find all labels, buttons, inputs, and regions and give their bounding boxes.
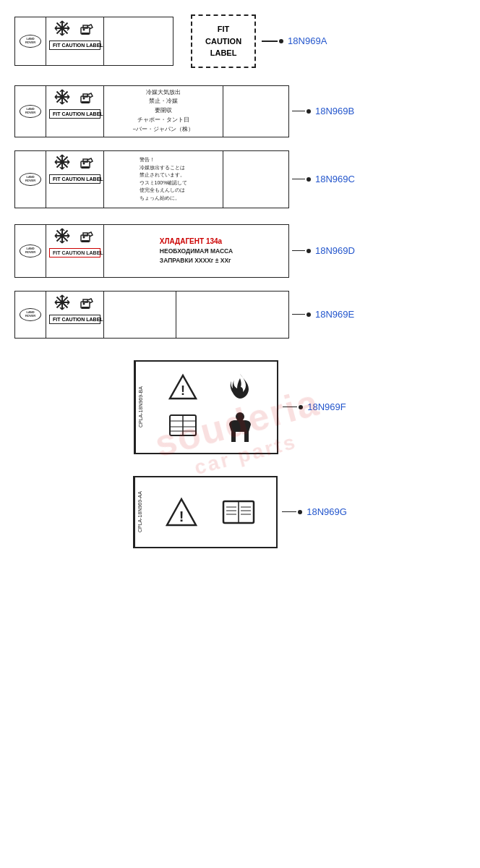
lr-logo-section-a: LANDROVER	[15, 17, 46, 65]
icons-top-b	[46, 86, 103, 108]
oil-icon-c	[80, 154, 95, 170]
connector-dot-g	[298, 510, 302, 514]
lr-logo-e: LANDROVER	[20, 308, 41, 321]
lr-logo-section-e: LANDROVER	[15, 292, 46, 338]
svg-rect-13	[83, 25, 87, 28]
label-f-wrapper: CPLA-18N969-BA !	[134, 360, 346, 454]
lr-logo-section-d: LANDROVER	[15, 225, 46, 277]
text-section-b: 冷媒大気放出禁止・冷媒要開収チャポー・タント日−バー・ジャパン（株）	[104, 86, 223, 137]
svg-rect-62	[82, 240, 89, 242]
warning-triangle-icon-f: !	[155, 369, 210, 406]
connector-dot-c	[307, 177, 311, 182]
manual-book-icon-g	[222, 498, 255, 526]
label-row-c: LANDROVER	[0, 150, 480, 208]
label-card-a: LANDROVER	[14, 17, 173, 66]
part-number-b: 18N969B	[315, 106, 354, 116]
oil-icon-e	[80, 294, 95, 310]
icons-section-e: FIT CAUTION LABEL	[46, 292, 104, 338]
label-card-d: LANDROVER	[14, 224, 289, 278]
snowflake-icon-b	[54, 89, 70, 105]
flame-icon-f	[213, 369, 267, 406]
warning-icons-g: !	[145, 477, 276, 547]
dashed-box-a: FITCAUTIONLABEL	[191, 14, 256, 68]
connector-line-g	[282, 511, 296, 513]
fit-label-e: FIT CAUTION LABEL	[49, 315, 100, 324]
text-section-e-left	[104, 292, 176, 338]
lr-logo-d: LANDROVER	[20, 244, 41, 258]
oil-icon-d	[80, 228, 95, 244]
svg-text:!: !	[179, 509, 184, 524]
label-row-g: CPLA-18N969-AA !	[0, 476, 480, 548]
side-label-g: CPLA-18N969-AA	[134, 477, 145, 547]
icons-section-a: FIT CAUTION LABEL	[46, 17, 104, 65]
connector-line-e	[292, 314, 305, 315]
connector-dot-d	[307, 249, 311, 253]
svg-point-47	[82, 162, 85, 164]
part-number-a: 18N969A	[288, 35, 327, 46]
connector-f	[283, 405, 303, 409]
connector-dot-b	[307, 109, 311, 114]
label-g-wrapper: CPLA-18N969-AA !	[133, 476, 347, 548]
svg-rect-61	[83, 233, 87, 236]
snowflake-icon-c	[54, 154, 70, 170]
part-number-d: 18N969D	[315, 245, 355, 256]
svg-point-63	[82, 236, 85, 238]
label-card-b: LANDROVER	[14, 85, 289, 137]
label-card-g: CPLA-18N969-AA !	[133, 476, 278, 548]
svg-point-31	[82, 97, 85, 99]
japanese-text-b: 冷媒大気放出禁止・冷媒要開収チャポー・タント日−バー・ジャパン（株）	[133, 88, 194, 135]
svg-rect-29	[83, 94, 87, 97]
warning-icons-f: !	[145, 362, 277, 453]
icons-top-d	[46, 225, 103, 247]
connector-d	[292, 249, 311, 253]
part-number-e: 18N969E	[315, 309, 354, 320]
connector-line-a	[262, 41, 278, 42]
snowflake-icon-a	[54, 20, 70, 36]
svg-rect-77	[83, 299, 87, 302]
part-number-c: 18N969C	[315, 174, 355, 184]
fit-label-b: FIT CAUTION LABEL	[49, 109, 100, 119]
connector-b	[292, 109, 311, 114]
fit-label-c: FIT CAUTION LABEL	[49, 174, 100, 184]
connector-dot-e	[307, 312, 311, 317]
lr-logo-a: LANDROVER	[20, 35, 41, 48]
svg-point-15	[82, 28, 85, 30]
icons-section-c: FIT CAUTION LABEL	[46, 151, 104, 208]
icons-top-c	[46, 151, 103, 173]
connector-g	[282, 510, 302, 514]
japanese-text-c: 警告！冷媒放出することは禁止されています。ウスミ100%確認して使完全もえんしの…	[140, 156, 188, 202]
right-empty-b	[223, 86, 288, 137]
side-label-f: CPLA-18N969-BA	[135, 362, 145, 453]
svg-rect-78	[82, 307, 89, 309]
connector-line-c	[292, 179, 305, 180]
oil-icon-a	[80, 20, 95, 36]
label-row-b: LANDROVER	[0, 85, 480, 137]
text-section-c: 警告！冷媒放出することは禁止されています。ウスミ100%確認して使完全もえんしの…	[104, 151, 223, 208]
russian-text-d: ХЛАДАГЕНТ 134а НЕОБХОДИМАЯ МАССА ЗАПРАВК…	[160, 236, 233, 265]
person-icon-f	[213, 409, 267, 446]
label-row-d: LANDROVER	[0, 224, 480, 278]
label-card-c: LANDROVER	[14, 150, 289, 208]
text-section-e-right	[176, 292, 288, 338]
label-card-f: CPLA-18N969-BA !	[134, 360, 278, 454]
svg-rect-30	[82, 101, 89, 103]
connector-e	[292, 312, 311, 317]
connector-line-d	[292, 250, 305, 252]
text-section-d: ХЛАДАГЕНТ 134а НЕОБХОДИМАЯ МАССА ЗАПРАВК…	[104, 225, 288, 277]
oil-icon-b	[80, 89, 95, 105]
right-empty-c	[223, 151, 288, 208]
lr-logo-b: LANDROVER	[20, 105, 41, 118]
icons-top-a	[46, 17, 103, 39]
icons-section-d: FIT CAUTION LABEL	[46, 225, 104, 277]
page-container: souderia car parts LANDROVER	[0, 0, 480, 570]
label-card-e: LANDROVER	[14, 291, 289, 339]
snowflake-icon-d	[54, 228, 70, 244]
svg-point-87	[236, 412, 244, 421]
label-row-a: LANDROVER	[0, 14, 480, 68]
connector-a	[262, 39, 283, 43]
connector-line-f	[283, 407, 297, 408]
icons-section-b: FIT CAUTION LABEL	[46, 86, 104, 137]
connector-dot-f	[299, 405, 303, 409]
tools-icon-f	[155, 409, 210, 446]
part-number-g: 18N969G	[307, 506, 347, 517]
